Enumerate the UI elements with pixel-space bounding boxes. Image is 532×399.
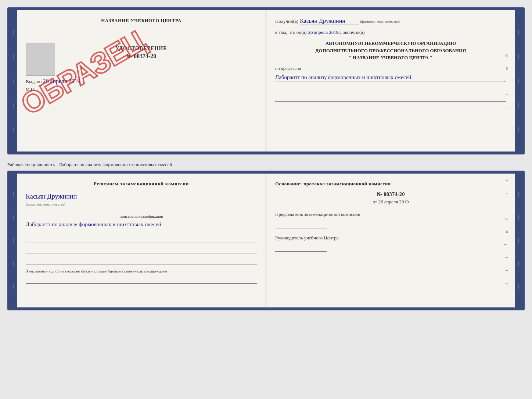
- bottom-fio-sublabel: (фамилия, имя, отчество): [26, 203, 65, 206]
- date-prefix: в том, что он(а): [275, 29, 307, 35]
- mark: –: [506, 177, 508, 183]
- spine-line: [13, 54, 14, 59]
- bottom-right-edge-marks: – – – и а ← – – –: [503, 177, 508, 286]
- qualification-label: присвоена квалификация: [26, 214, 257, 218]
- mark: –: [506, 117, 508, 122]
- bottom-document-card: Решением экзаменационной комиссии Касьян…: [7, 171, 525, 310]
- date-line: в том, что он(а) 26 апреля 2019г. окончи…: [275, 29, 506, 35]
- spine-line: [13, 30, 14, 35]
- spine-line: [518, 54, 519, 59]
- page-wrapper: НАЗВАНИЕ УЧЕБНОГО ЦЕНТРА ОБРАЗЕЦ УДОСТОВ…: [7, 7, 525, 310]
- spine-line: [13, 261, 14, 266]
- right-edge-marks: – – – и а ← – – –: [503, 14, 508, 122]
- mark: –: [506, 267, 508, 273]
- protocol-date-value: 26 апреля 2019: [378, 199, 409, 204]
- bottom-spine-right: [515, 174, 522, 307]
- issued-date: 26 апреля 2019: [43, 78, 80, 84]
- blank-lines: [26, 235, 257, 264]
- mark: –: [506, 104, 508, 110]
- mark: –: [506, 40, 508, 45]
- protocol-date-prefix: от: [373, 199, 377, 204]
- date-suffix: окончил(а): [342, 29, 364, 35]
- spine-line: [13, 79, 14, 83]
- org-line1: АВТОНОМНУЮ НЕКОММЕРЧЕСКУЮ ОРГАНИЗАЦИЮ: [275, 40, 506, 47]
- mark: и: [506, 53, 508, 58]
- blank-line: [26, 246, 257, 253]
- spine-line: [518, 30, 519, 35]
- org-name: " НАЗВАНИЕ УЧЕБНОГО ЦЕНТРА ": [275, 54, 506, 61]
- chairman-signature-line: [275, 221, 327, 228]
- spine-line: [13, 192, 14, 197]
- middle-label: Рабочая специальность - Лаборант по анал…: [7, 159, 525, 171]
- admission-prefix: допускается к: [26, 269, 50, 273]
- org-block: АВТОНОМНУЮ НЕКОММЕРЧЕСКУЮ ОРГАНИЗАЦИЮ ДО…: [275, 40, 506, 61]
- spine-line: [518, 284, 519, 289]
- spine-line: [13, 284, 14, 289]
- blank-line: [26, 257, 257, 264]
- protocol-number: № 00374-20: [275, 191, 506, 197]
- cert-center-title: НАЗВАНИЕ УЧЕБНОГО ЦЕНТРА: [26, 18, 257, 24]
- cert-issued-line: Выдано 26 апреля 2019: [26, 78, 257, 85]
- spine-line: [518, 103, 519, 107]
- chairman-label: Председатель экзаменационной комиссии: [275, 211, 506, 218]
- photo-box: [26, 43, 55, 76]
- spine-line: [13, 127, 14, 132]
- org-line2: ДОПОЛНИТЕЛЬНОГО ПРОФЕССИОНАЛЬНОГО ОБРАЗО…: [275, 47, 506, 54]
- spine-left: [10, 10, 17, 152]
- recipient-name: Касьян Дружинин: [300, 18, 359, 25]
- fio-sublabel: (фамилия, имя, отчество): [360, 20, 400, 24]
- bottom-doc-left: Решением экзаменационной комиссии Касьян…: [17, 174, 266, 307]
- spine-line: [518, 127, 519, 132]
- mark: ←: [503, 242, 508, 247]
- received-label: Получил(а): [275, 18, 298, 24]
- admission-text: допускается к работе согласно должностны…: [26, 269, 257, 273]
- mark: –: [506, 91, 508, 97]
- right-line: [275, 95, 506, 102]
- mark: –: [506, 203, 508, 209]
- cert-number: № 00374-20: [26, 53, 257, 60]
- mark: и: [506, 216, 508, 221]
- spine-line: [518, 192, 519, 197]
- spine-line: [518, 215, 519, 220]
- cert-type-label: УДОСТОВЕРЕНИЕ: [26, 46, 257, 51]
- top-doc-left: НАЗВАНИЕ УЧЕБНОГО ЦЕНТРА ОБРАЗЕЦ УДОСТОВ…: [17, 10, 266, 152]
- profession-text: Лаборантт по анализу формовочных и шихтп…: [275, 73, 506, 82]
- right-lines-block: [275, 85, 506, 102]
- mp-label: М.П.: [26, 87, 257, 92]
- mark: а: [506, 65, 508, 71]
- bottom-name-handwritten: Касьян Дружинин: [26, 193, 77, 200]
- spine-line: [13, 103, 14, 107]
- head-signature-line: [275, 244, 327, 252]
- admission-detail: работе согласно должностным (производств…: [51, 269, 167, 273]
- spine-line: [518, 79, 519, 83]
- dash: –: [401, 18, 404, 24]
- mark: –: [506, 14, 508, 19]
- received-line: Получил(а) Касьян Дружинин (фамилия, имя…: [275, 18, 506, 25]
- top-doc-right: Получил(а) Касьян Дружинин (фамилия, имя…: [266, 10, 515, 152]
- issued-label: Выдано: [26, 79, 42, 84]
- mark: –: [506, 280, 508, 286]
- right-line: [275, 85, 506, 92]
- name-line: Касьян Дружинин (фамилия, имя, отчество): [26, 193, 257, 208]
- date-value: 26 апреля 2019г.: [308, 29, 341, 35]
- bottom-spine-left: [10, 174, 17, 307]
- bottom-blank-line: [26, 276, 257, 284]
- profession-label: по профессии: [275, 66, 506, 71]
- head-label: Руководитель учебного Центра: [275, 234, 506, 242]
- spine-line: [518, 261, 519, 266]
- spine-line: [518, 238, 519, 243]
- mark: а: [506, 229, 508, 234]
- mark: –: [506, 190, 508, 196]
- spine-line: [13, 215, 14, 220]
- foundation-title: Основание: протокол экзаменационной коми…: [275, 181, 506, 187]
- top-document-card: НАЗВАНИЕ УЧЕБНОГО ЦЕНТРА ОБРАЗЕЦ УДОСТОВ…: [7, 7, 525, 154]
- spine-line: [13, 238, 14, 243]
- bottom-doc-right: Основание: протокол экзаменационной коми…: [266, 174, 515, 307]
- mark: –: [506, 254, 508, 260]
- blank-line: [26, 235, 257, 242]
- spine-right: [515, 10, 522, 152]
- protocol-date: от 26 апреля 2019: [275, 199, 506, 205]
- mark: ←: [503, 78, 508, 84]
- mark: –: [506, 27, 508, 32]
- qualification-text: Лаборантт по анализу формовочных и шихтт…: [26, 220, 257, 229]
